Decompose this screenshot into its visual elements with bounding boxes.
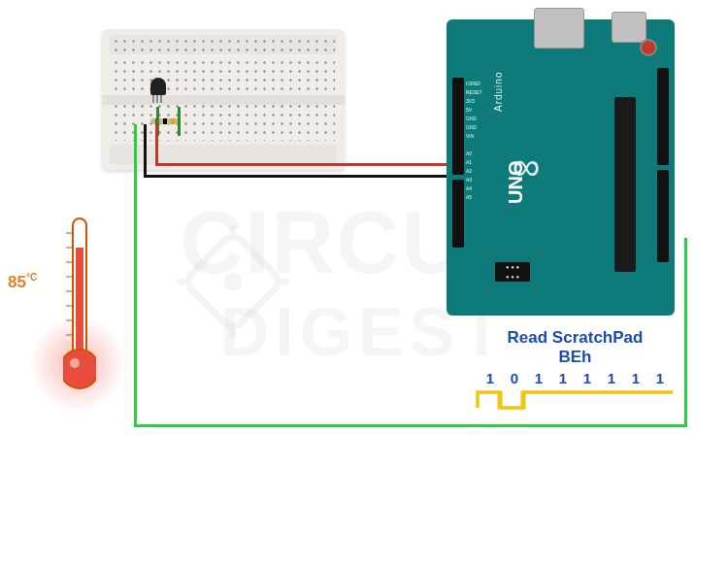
barrel-jack <box>612 12 646 43</box>
svg-rect-7 <box>76 248 83 359</box>
breadboard <box>102 29 345 170</box>
svg-rect-0 <box>183 232 282 331</box>
svg-point-9 <box>70 358 80 368</box>
bit-7: 1 <box>649 370 671 386</box>
arduino-uno-board: ● ● ●● ● ● ∞ Arduino UNO IOREF RESET 3V3… <box>447 19 675 316</box>
wire-data-vertical-left <box>134 124 137 427</box>
thermometer <box>44 214 112 408</box>
atmega328p-chip <box>614 97 636 272</box>
digital-header-low <box>657 170 669 262</box>
breadboard-top-rail <box>112 37 335 54</box>
temperature-unit: °C <box>26 272 37 283</box>
reset-button[interactable] <box>640 39 657 56</box>
watermark-chip-icon <box>175 223 291 340</box>
wire-5v-vertical <box>155 124 158 166</box>
ds18b20-sensor <box>150 78 166 95</box>
thermometer-icon <box>63 214 96 398</box>
jumper-green-2 <box>178 107 181 136</box>
arduino-model-label: UNO <box>505 161 527 204</box>
usb-port <box>534 8 584 49</box>
wire-gnd-horizontal <box>144 175 454 178</box>
digital-header-high <box>657 68 669 165</box>
temperature-readout: 85°C <box>8 272 37 292</box>
scratchpad-title: Read ScratchPad BEh <box>476 328 675 366</box>
pin-labels-power: IOREF RESET 3V3 5V GND GND VIN A0 A1 A2 … <box>466 80 482 202</box>
bit-6: 1 <box>625 370 646 386</box>
wire-data-horizontal-bottom <box>134 424 687 427</box>
breadboard-center-channel <box>102 95 345 105</box>
scratchpad-bits-row: 1 0 1 1 1 1 1 1 <box>476 370 675 386</box>
bit-0: 1 <box>480 370 501 386</box>
analog-header <box>452 180 464 248</box>
temperature-value: 85 <box>8 273 26 291</box>
bit-2: 1 <box>528 370 549 386</box>
wiring-diagram: CIRCUIT DIGEST ● ● ●● ● ● ∞ Arduino UNO … <box>0 0 728 568</box>
bit-5: 1 <box>601 370 622 386</box>
svg-point-1 <box>223 272 242 290</box>
bit-1: 0 <box>504 370 525 386</box>
wire-gnd-vertical <box>144 124 147 178</box>
signal-waveform <box>476 388 675 412</box>
arduino-brand-label: Arduino <box>493 72 504 112</box>
scratchpad-line1: Read ScratchPad <box>508 328 644 347</box>
bit-4: 1 <box>577 370 598 386</box>
bit-3: 1 <box>552 370 574 386</box>
wire-data-vertical-right <box>684 238 687 427</box>
wire-5v-horizontal <box>155 163 454 166</box>
icsp-header: ● ● ●● ● ● <box>495 262 530 282</box>
scratchpad-line2: BEh <box>559 348 592 366</box>
scratchpad-panel: Read ScratchPad BEh 1 0 1 1 1 1 1 1 <box>476 328 675 416</box>
svg-point-8 <box>63 350 96 388</box>
power-header <box>452 78 464 175</box>
